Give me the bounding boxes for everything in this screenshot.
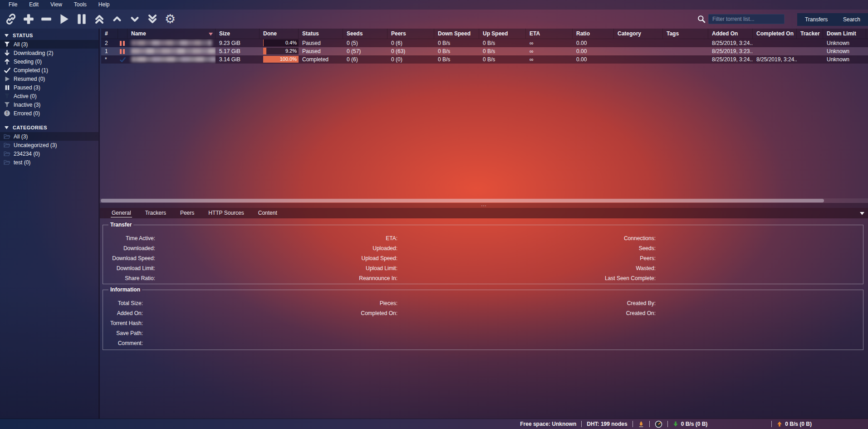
sidebar-category-234234[interactable]: 234234 (0)	[0, 149, 98, 158]
col-down-limit[interactable]: Down Limit	[823, 29, 866, 39]
col-num[interactable]: #	[101, 29, 118, 39]
tab-peers[interactable]: Peers	[179, 208, 195, 218]
label-time-active: Time Active:	[103, 233, 155, 243]
sidebar-item-errored[interactable]: ! Errored (0)	[0, 109, 98, 118]
label-share-ratio: Share Ratio:	[103, 273, 155, 283]
col-eta[interactable]: ETA	[526, 29, 573, 39]
menu-tools[interactable]: Tools	[68, 0, 93, 10]
table-row[interactable]: 1 5.17 GiB 9.2% Paused 0 (57) 0 (63) 0 B…	[101, 47, 868, 55]
transfer-section: Transfer Time Active: Downloaded: Downlo…	[103, 222, 863, 284]
col-tracker[interactable]: Tracker	[797, 29, 823, 39]
search-icon	[697, 15, 706, 23]
gear-icon[interactable]: ⚙	[163, 12, 177, 26]
tab-search[interactable]: Search	[840, 13, 863, 26]
resume-icon[interactable]	[57, 12, 71, 26]
sidebar-item-all[interactable]: All (3)	[0, 40, 98, 49]
progress-bar: 0.4%	[263, 39, 299, 46]
remove-icon[interactable]	[39, 12, 53, 26]
menu-help[interactable]: Help	[93, 0, 116, 10]
col-down-speed[interactable]: Down Speed	[434, 29, 479, 39]
torrent-filter-input[interactable]	[708, 14, 785, 24]
label-total-size: Total Size:	[103, 298, 143, 308]
menu-view[interactable]: View	[44, 0, 68, 10]
sidebar-item-seeding[interactable]: Seeding (0)	[0, 57, 98, 66]
label-torrent-hash: Torrent Hash:	[103, 318, 143, 328]
status-section-header[interactable]: STATUS	[0, 31, 98, 40]
sidebar-category-uncategorized[interactable]: Uncategorized (3)	[0, 141, 98, 149]
qbittorrent-webui: File Edit View Tools Help	[0, 0, 868, 429]
menu-file[interactable]: File	[3, 0, 23, 10]
download-speed: 0 B/s (0 B)	[673, 421, 708, 427]
pane-splitter[interactable]: ...	[100, 203, 868, 208]
upload-speed: 0 B/s (0 B)	[777, 421, 812, 427]
col-peers[interactable]: Peers	[387, 29, 434, 39]
information-section: Information Total Size: Added On: Torren…	[103, 286, 863, 350]
label-connections: Connections:	[511, 233, 656, 243]
col-ratio[interactable]: Ratio	[573, 29, 614, 39]
tab-transfers[interactable]: Transfers	[802, 13, 830, 26]
tab-content[interactable]: Content	[257, 208, 278, 218]
col-size[interactable]: Size	[216, 29, 260, 39]
tab-overflow-icon[interactable]	[860, 212, 864, 215]
col-added-on[interactable]: Added On	[708, 29, 753, 39]
col-done[interactable]: Done	[260, 29, 299, 39]
redacted-torrent-name	[131, 56, 216, 62]
tab-general[interactable]: General	[111, 208, 132, 218]
label-added-on: Added On:	[103, 308, 143, 318]
col-name[interactable]: Name	[128, 29, 216, 39]
label-pieces: Pieces:	[284, 298, 397, 308]
upload-arrow-icon	[777, 421, 782, 427]
label-peers: Peers:	[511, 253, 656, 263]
move-top-icon[interactable]	[93, 12, 106, 26]
scrollbar-thumb[interactable]	[101, 199, 824, 202]
tab-http-sources[interactable]: HTTP Sources	[207, 208, 245, 218]
sidebar-item-completed[interactable]: Completed (1)	[0, 66, 98, 74]
col-up-speed[interactable]: Up Speed	[479, 29, 526, 39]
sidebar-item-inactive[interactable]: Inactive (3)	[0, 100, 98, 109]
col-tags[interactable]: Tags	[663, 29, 708, 39]
connection-icon[interactable]	[638, 421, 644, 428]
col-status[interactable]: Status	[299, 29, 343, 39]
sidebar-item-paused[interactable]: Paused (3)	[0, 83, 98, 92]
detail-tabbar: General Trackers Peers HTTP Sources Cont…	[100, 208, 868, 218]
move-down-icon[interactable]	[128, 12, 142, 26]
label-reannounce-in: Reannounce In:	[284, 273, 397, 283]
sidebar-item-resumed[interactable]: Resumed (0)	[0, 74, 98, 83]
sidebar-category-test[interactable]: test (0)	[0, 158, 98, 167]
table-row[interactable]: 2 9.23 GiB 0.4% Paused 0 (5) 0 (6) 0 B/s…	[101, 39, 868, 47]
label-last-seen-complete: Last Seen Complete:	[511, 273, 656, 283]
redacted-torrent-name	[131, 48, 216, 54]
table-header: # Name Size Done Status Seeds Peers Down…	[101, 29, 868, 39]
col-state[interactable]	[118, 29, 128, 39]
label-uploaded: Uploaded:	[284, 243, 397, 253]
sidebar-item-active[interactable]: Active (0)	[0, 92, 98, 100]
label-completed-on: Completed On:	[284, 308, 397, 318]
label-downloaded: Downloaded:	[103, 243, 155, 253]
information-legend: Information	[108, 286, 142, 293]
folder-icon	[4, 142, 10, 148]
sidebar-category-all[interactable]: All (3)	[0, 132, 98, 141]
move-bottom-icon[interactable]	[146, 12, 159, 26]
label-save-path: Save Path:	[103, 328, 143, 338]
collapse-triangle-icon	[5, 126, 9, 129]
link-icon[interactable]	[4, 12, 18, 26]
error-icon: !	[4, 110, 10, 117]
pause-icon	[4, 84, 10, 91]
sidebar-item-downloading[interactable]: Downloading (2)	[0, 49, 98, 57]
label-comment: Comment:	[103, 338, 143, 348]
col-category[interactable]: Category	[614, 29, 663, 39]
categories-section-header[interactable]: CATEGORIES	[0, 123, 98, 132]
col-completed-on[interactable]: Completed On	[753, 29, 797, 39]
tab-trackers[interactable]: Trackers	[144, 208, 167, 218]
search-area	[697, 14, 785, 24]
move-up-icon[interactable]	[110, 12, 124, 26]
label-upload-limit: Upload Limit:	[284, 263, 397, 273]
label-wasted: Wasted:	[511, 263, 656, 273]
col-seeds[interactable]: Seeds	[343, 29, 387, 39]
speed-gauge-icon[interactable]	[655, 420, 662, 428]
table-row[interactable]: * 3.14 GiB 100.0% Completed 0 (6) 0 (0) …	[101, 55, 868, 64]
menu-edit[interactable]: Edit	[23, 0, 44, 10]
pause-icon[interactable]	[75, 12, 88, 26]
sidebar-gap	[0, 118, 98, 123]
add-icon[interactable]	[22, 12, 35, 26]
